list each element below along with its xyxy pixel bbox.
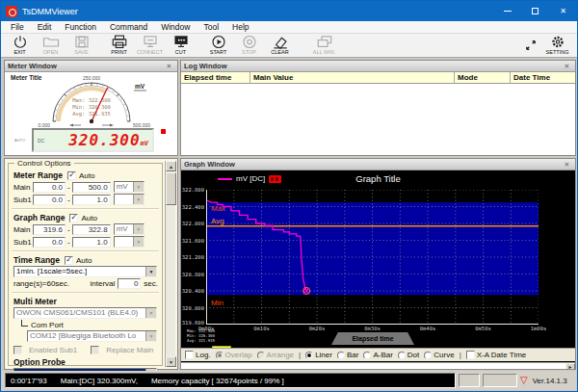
meter-window-title: Meter Window [8,62,57,70]
toolbar-clear-button[interactable]: CLEAR [265,35,295,55]
log-col-mode[interactable]: Mode [455,72,511,83]
liner-radio[interactable] [305,352,313,359]
graph-main-to-input[interactable]: 322.8 [72,224,111,235]
elapsed-time-tab: Elapsed time [331,332,414,345]
menu-item-file[interactable]: File [4,22,31,32]
time-range-select[interactable]: 1min. [1scale=5sec.] ▼ [13,266,157,277]
meter-main-unit-select[interactable]: mV▼ [114,181,144,193]
toolbar-exit-button[interactable]: EXIT [5,35,35,55]
log-col-datetime[interactable]: Date Time [511,72,575,83]
dot-radio-item[interactable]: Dot [398,351,419,359]
lcd-unit-label: mV [141,140,148,147]
bar-radio-item[interactable]: Bar [337,351,358,359]
maximize-button[interactable] [521,1,549,21]
xa-datetime-item[interactable]: X-A Date Time [466,351,527,359]
close-button[interactable]: ✕ [549,1,577,21]
y-axis-label: 321.600 [181,238,204,244]
menu-item-tool[interactable]: Tool [197,22,225,32]
graph-hscrollbar[interactable]: ► [181,362,575,369]
multi-meter-select[interactable]: OWON CMS061/CMS101 (BLE4.0) ▼ [13,307,157,319]
log-window-close-button[interactable]: ✕ [562,63,572,70]
graph-window-close-button[interactable]: ✕ [562,161,572,169]
graph-sub-from-input[interactable]: 0.0 [33,237,66,248]
bar-radio[interactable] [337,352,345,359]
scroll-down-icon[interactable]: ▼ [166,356,176,367]
graph-plot[interactable]: MaxAvgMin [206,190,539,325]
toolbar-connect-button[interactable]: CONNECT [135,35,165,55]
log-window-titlebar[interactable]: Log Window ✕ [181,61,575,72]
multi-meter-label: Multi Meter [13,297,57,306]
status-box-1 [459,374,480,387]
chevron-down-icon: ▼ [145,267,156,276]
abar-radio-item[interactable]: A-Bar [363,351,392,359]
meter-main-to-input[interactable]: 500.0 [72,182,111,193]
arrange-radio-item[interactable]: Arrange [257,351,294,359]
curve-radio[interactable] [424,352,432,359]
scroll-right-icon[interactable]: ► [565,363,575,369]
save-icon [72,35,92,49]
log-table-body[interactable] [181,84,575,155]
replace-main-checkbox[interactable] [91,346,99,354]
log-col-mainvalue[interactable]: Main Value [250,72,455,83]
dot-radio[interactable] [398,352,406,359]
svg-text:Avg: Avg [211,217,224,225]
graph-main-unit-select[interactable]: mV▼ [114,223,144,235]
interval-input[interactable]: 0 [118,278,141,289]
scroll-thumb[interactable] [166,172,176,205]
chevron-down-icon: ▼ [133,182,144,192]
log-col-elapsed[interactable]: Elapsed time [181,72,250,83]
curve-radio-item[interactable]: Curve [424,351,454,359]
printer-icon [110,35,129,49]
graph-range-auto-checkbox[interactable]: ✓ [69,214,78,222]
toolbar-start-button[interactable]: START [203,35,233,55]
meter-sub-unit-select[interactable]: ▼ [114,194,144,205]
graph-window-titlebar[interactable]: Graph Window ✕ [181,159,575,170]
menu-item-command[interactable]: Command [103,22,154,32]
graph-sub-unit-select[interactable]: ▼ [114,236,144,248]
expand-arrows-icon[interactable] [525,38,537,55]
xa-datetime-checkbox[interactable] [466,351,475,359]
arrange-radio[interactable] [257,352,265,359]
toolbar-open-button[interactable]: OPEN [36,35,66,55]
abar-radio[interactable] [363,352,371,359]
time-range-auto-checkbox[interactable]: ✓ [65,256,73,265]
y-axis-label: 322.000 [181,221,204,226]
log-checkbox-item[interactable]: Log. [185,351,211,359]
overlap-radio-item[interactable]: Overlap [216,351,252,359]
meter-sub-to-input[interactable]: 1.0 [72,195,111,205]
meter-window-close-button[interactable]: ✕ [164,63,174,70]
graph-sub-to-input[interactable]: 1.0 [72,237,111,248]
toolbar-cut-button[interactable]: CUT [166,35,196,55]
lcd-display: DC 320.300 mV [32,128,154,152]
overlap-radio[interactable] [216,352,223,359]
meter-main-from-input[interactable]: 0.0 [33,182,66,193]
scroll-up-icon[interactable]: ▲ [166,161,176,171]
toolbar-save-button[interactable]: SAVE [66,35,96,55]
toolbar-setting-button[interactable]: SETTING [542,35,572,55]
menu-item-edit[interactable]: Edit [31,22,59,32]
maximize-icon [532,8,539,14]
menu-item-help[interactable]: Help [225,22,255,32]
meter-sub-label: Sub1 [13,196,33,204]
meter-range-auto-checkbox[interactable]: ✓ [67,171,76,180]
control-scrollbar[interactable]: ▲ ▼ [165,161,175,367]
graph-sub-label: Sub1 [13,238,33,247]
graph-window-title: Graph Window [184,160,235,169]
liner-radio-item[interactable]: Liner [305,351,332,359]
graph-area: mV [DC] Graph Title 322.800 322.400 322.… [181,170,575,369]
toolbar-print-button[interactable]: PRINT [104,35,134,55]
log-checkbox[interactable] [185,351,194,359]
menu-item-window[interactable]: Window [154,22,197,32]
enabled-sub1-checkbox[interactable] [13,346,22,354]
toolbar-stop-button[interactable]: STOP [234,35,264,55]
minimize-button[interactable] [493,1,521,21]
meter-sub-from-input[interactable]: 0.0 [33,195,66,205]
replace-main-label: Replace Main [106,346,153,354]
toolbar-allwin-button[interactable]: ALL WIN. [309,35,339,55]
graph-main-from-input[interactable]: 319.6 [33,224,66,235]
com-port-select[interactable]: COM12 [Bluegiga Bluetooth Lo ▼ [27,330,157,342]
cut-icon [171,35,191,49]
meter-window-titlebar[interactable]: Meter Window ✕ [5,61,177,72]
menu-item-function[interactable]: Function [58,22,103,32]
lcd-mode-label: DC [38,138,44,144]
